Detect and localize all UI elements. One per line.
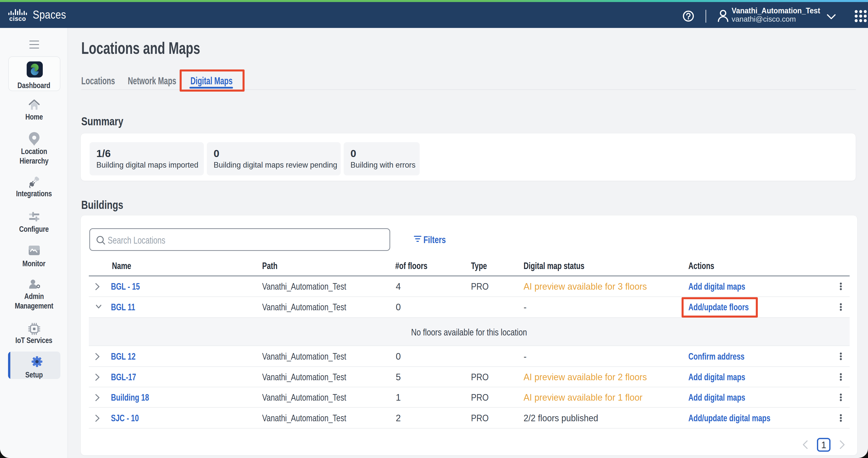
svg-text:cisco: cisco [9, 15, 26, 21]
